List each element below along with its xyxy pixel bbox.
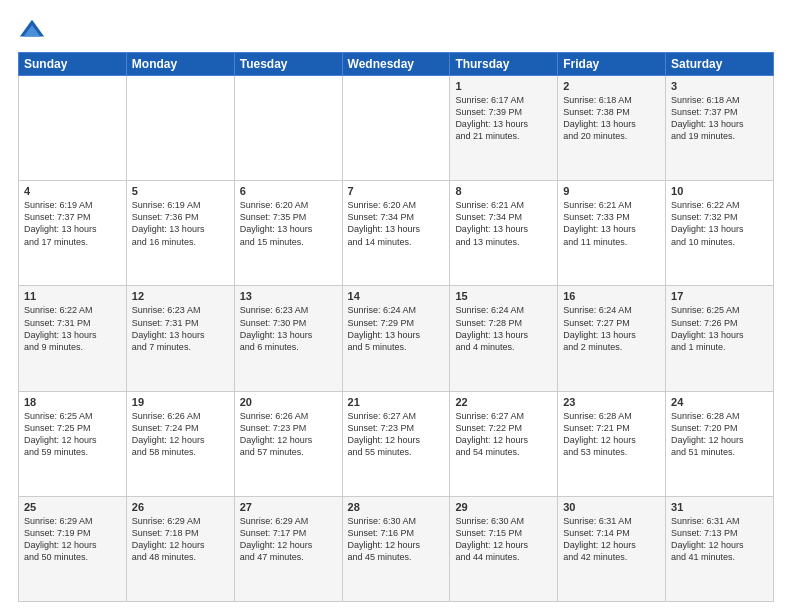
day-info: Sunrise: 6:29 AM Sunset: 7:18 PM Dayligh…: [132, 515, 229, 564]
calendar-week: 11Sunrise: 6:22 AM Sunset: 7:31 PM Dayli…: [19, 286, 774, 391]
day-number: 16: [563, 290, 660, 302]
calendar-cell: 4Sunrise: 6:19 AM Sunset: 7:37 PM Daylig…: [19, 181, 127, 286]
calendar-cell: [19, 76, 127, 181]
day-info: Sunrise: 6:22 AM Sunset: 7:32 PM Dayligh…: [671, 199, 768, 248]
calendar-week: 18Sunrise: 6:25 AM Sunset: 7:25 PM Dayli…: [19, 391, 774, 496]
day-number: 25: [24, 501, 121, 513]
day-number: 4: [24, 185, 121, 197]
calendar-cell: 10Sunrise: 6:22 AM Sunset: 7:32 PM Dayli…: [666, 181, 774, 286]
day-number: 13: [240, 290, 337, 302]
calendar-cell: 23Sunrise: 6:28 AM Sunset: 7:21 PM Dayli…: [558, 391, 666, 496]
day-info: Sunrise: 6:24 AM Sunset: 7:28 PM Dayligh…: [455, 304, 552, 353]
day-number: 9: [563, 185, 660, 197]
day-info: Sunrise: 6:20 AM Sunset: 7:35 PM Dayligh…: [240, 199, 337, 248]
day-number: 14: [348, 290, 445, 302]
day-number: 21: [348, 396, 445, 408]
day-number: 30: [563, 501, 660, 513]
day-number: 2: [563, 80, 660, 92]
day-info: Sunrise: 6:30 AM Sunset: 7:16 PM Dayligh…: [348, 515, 445, 564]
day-number: 11: [24, 290, 121, 302]
day-number: 8: [455, 185, 552, 197]
calendar-cell: 14Sunrise: 6:24 AM Sunset: 7:29 PM Dayli…: [342, 286, 450, 391]
day-info: Sunrise: 6:20 AM Sunset: 7:34 PM Dayligh…: [348, 199, 445, 248]
day-info: Sunrise: 6:22 AM Sunset: 7:31 PM Dayligh…: [24, 304, 121, 353]
weekday-header: Sunday: [19, 53, 127, 76]
day-info: Sunrise: 6:25 AM Sunset: 7:26 PM Dayligh…: [671, 304, 768, 353]
calendar-week: 25Sunrise: 6:29 AM Sunset: 7:19 PM Dayli…: [19, 496, 774, 601]
weekday-header: Wednesday: [342, 53, 450, 76]
day-info: Sunrise: 6:19 AM Sunset: 7:37 PM Dayligh…: [24, 199, 121, 248]
day-info: Sunrise: 6:26 AM Sunset: 7:23 PM Dayligh…: [240, 410, 337, 459]
day-number: 7: [348, 185, 445, 197]
day-info: Sunrise: 6:29 AM Sunset: 7:19 PM Dayligh…: [24, 515, 121, 564]
calendar-cell: 2Sunrise: 6:18 AM Sunset: 7:38 PM Daylig…: [558, 76, 666, 181]
day-number: 27: [240, 501, 337, 513]
calendar: SundayMondayTuesdayWednesdayThursdayFrid…: [18, 52, 774, 602]
calendar-cell: 7Sunrise: 6:20 AM Sunset: 7:34 PM Daylig…: [342, 181, 450, 286]
day-info: Sunrise: 6:19 AM Sunset: 7:36 PM Dayligh…: [132, 199, 229, 248]
day-info: Sunrise: 6:31 AM Sunset: 7:13 PM Dayligh…: [671, 515, 768, 564]
weekday-header: Thursday: [450, 53, 558, 76]
calendar-cell: 17Sunrise: 6:25 AM Sunset: 7:26 PM Dayli…: [666, 286, 774, 391]
calendar-cell: 31Sunrise: 6:31 AM Sunset: 7:13 PM Dayli…: [666, 496, 774, 601]
calendar-cell: 15Sunrise: 6:24 AM Sunset: 7:28 PM Dayli…: [450, 286, 558, 391]
day-info: Sunrise: 6:18 AM Sunset: 7:37 PM Dayligh…: [671, 94, 768, 143]
calendar-body: 1Sunrise: 6:17 AM Sunset: 7:39 PM Daylig…: [19, 76, 774, 602]
weekday-header: Monday: [126, 53, 234, 76]
day-info: Sunrise: 6:25 AM Sunset: 7:25 PM Dayligh…: [24, 410, 121, 459]
weekday-row: SundayMondayTuesdayWednesdayThursdayFrid…: [19, 53, 774, 76]
day-number: 10: [671, 185, 768, 197]
day-number: 24: [671, 396, 768, 408]
day-info: Sunrise: 6:18 AM Sunset: 7:38 PM Dayligh…: [563, 94, 660, 143]
day-info: Sunrise: 6:21 AM Sunset: 7:34 PM Dayligh…: [455, 199, 552, 248]
day-number: 26: [132, 501, 229, 513]
calendar-cell: 8Sunrise: 6:21 AM Sunset: 7:34 PM Daylig…: [450, 181, 558, 286]
day-info: Sunrise: 6:23 AM Sunset: 7:30 PM Dayligh…: [240, 304, 337, 353]
page: SundayMondayTuesdayWednesdayThursdayFrid…: [0, 0, 792, 612]
calendar-cell: 30Sunrise: 6:31 AM Sunset: 7:14 PM Dayli…: [558, 496, 666, 601]
day-info: Sunrise: 6:28 AM Sunset: 7:20 PM Dayligh…: [671, 410, 768, 459]
day-number: 18: [24, 396, 121, 408]
calendar-cell: 20Sunrise: 6:26 AM Sunset: 7:23 PM Dayli…: [234, 391, 342, 496]
logo: [18, 16, 50, 44]
day-info: Sunrise: 6:27 AM Sunset: 7:23 PM Dayligh…: [348, 410, 445, 459]
day-number: 29: [455, 501, 552, 513]
day-number: 6: [240, 185, 337, 197]
calendar-cell: 19Sunrise: 6:26 AM Sunset: 7:24 PM Dayli…: [126, 391, 234, 496]
logo-icon: [18, 16, 46, 44]
day-number: 15: [455, 290, 552, 302]
calendar-cell: 28Sunrise: 6:30 AM Sunset: 7:16 PM Dayli…: [342, 496, 450, 601]
weekday-header: Saturday: [666, 53, 774, 76]
calendar-cell: 27Sunrise: 6:29 AM Sunset: 7:17 PM Dayli…: [234, 496, 342, 601]
day-number: 3: [671, 80, 768, 92]
day-number: 1: [455, 80, 552, 92]
calendar-cell: 16Sunrise: 6:24 AM Sunset: 7:27 PM Dayli…: [558, 286, 666, 391]
calendar-cell: 26Sunrise: 6:29 AM Sunset: 7:18 PM Dayli…: [126, 496, 234, 601]
day-info: Sunrise: 6:23 AM Sunset: 7:31 PM Dayligh…: [132, 304, 229, 353]
day-info: Sunrise: 6:27 AM Sunset: 7:22 PM Dayligh…: [455, 410, 552, 459]
day-number: 5: [132, 185, 229, 197]
day-number: 12: [132, 290, 229, 302]
day-number: 22: [455, 396, 552, 408]
day-number: 23: [563, 396, 660, 408]
calendar-cell: 9Sunrise: 6:21 AM Sunset: 7:33 PM Daylig…: [558, 181, 666, 286]
day-info: Sunrise: 6:17 AM Sunset: 7:39 PM Dayligh…: [455, 94, 552, 143]
day-info: Sunrise: 6:30 AM Sunset: 7:15 PM Dayligh…: [455, 515, 552, 564]
calendar-cell: 12Sunrise: 6:23 AM Sunset: 7:31 PM Dayli…: [126, 286, 234, 391]
day-info: Sunrise: 6:28 AM Sunset: 7:21 PM Dayligh…: [563, 410, 660, 459]
calendar-cell: 5Sunrise: 6:19 AM Sunset: 7:36 PM Daylig…: [126, 181, 234, 286]
day-number: 31: [671, 501, 768, 513]
day-number: 19: [132, 396, 229, 408]
day-info: Sunrise: 6:29 AM Sunset: 7:17 PM Dayligh…: [240, 515, 337, 564]
calendar-cell: 22Sunrise: 6:27 AM Sunset: 7:22 PM Dayli…: [450, 391, 558, 496]
calendar-week: 1Sunrise: 6:17 AM Sunset: 7:39 PM Daylig…: [19, 76, 774, 181]
calendar-cell: 11Sunrise: 6:22 AM Sunset: 7:31 PM Dayli…: [19, 286, 127, 391]
calendar-cell: 29Sunrise: 6:30 AM Sunset: 7:15 PM Dayli…: [450, 496, 558, 601]
calendar-cell: 18Sunrise: 6:25 AM Sunset: 7:25 PM Dayli…: [19, 391, 127, 496]
day-info: Sunrise: 6:31 AM Sunset: 7:14 PM Dayligh…: [563, 515, 660, 564]
day-number: 28: [348, 501, 445, 513]
calendar-cell: 24Sunrise: 6:28 AM Sunset: 7:20 PM Dayli…: [666, 391, 774, 496]
day-info: Sunrise: 6:26 AM Sunset: 7:24 PM Dayligh…: [132, 410, 229, 459]
header: [18, 16, 774, 44]
day-info: Sunrise: 6:21 AM Sunset: 7:33 PM Dayligh…: [563, 199, 660, 248]
